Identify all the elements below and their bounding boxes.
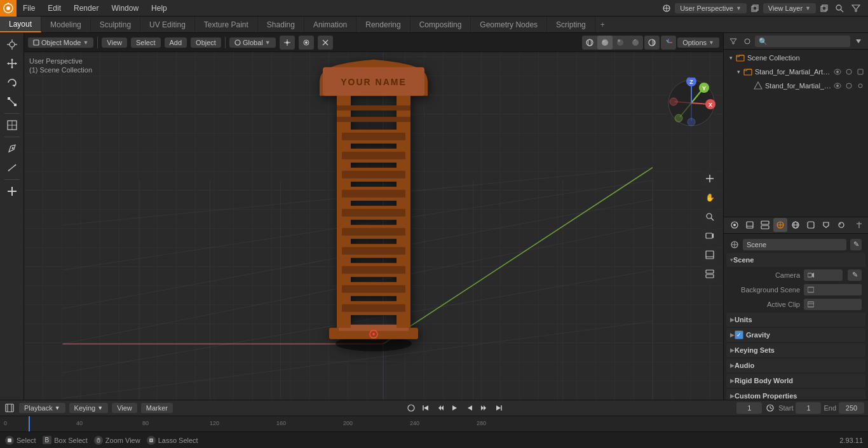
playback-menu[interactable]: Playback ▼ [19,403,65,413]
timeline-type-icon[interactable] [4,402,15,414]
tab-animation[interactable]: Animation [304,17,356,32]
menu-window[interactable]: Window [105,0,145,16]
background-scene-value[interactable] [804,284,862,295]
snap-button[interactable] [280,36,295,50]
prop-render-icon[interactable] [728,218,742,232]
outliner-view-icon[interactable] [832,67,843,77]
outliner-expand-stand[interactable]: ▾ [734,67,743,76]
outliner-scene-collection[interactable]: ▾ Scene Collection [724,51,868,65]
object-mode-selector[interactable]: Object Mode ▼ [28,37,93,48]
outliner-search-input[interactable] [755,36,850,47]
record-button[interactable] [405,402,417,414]
outliner-more-icon[interactable] [853,36,864,47]
play-forward-button[interactable] [463,402,476,414]
render-view-button[interactable] [702,247,718,263]
outliner-display-icon[interactable] [742,36,753,47]
gravity-section-header[interactable]: ▶ ✓ Gravity [726,328,865,342]
outliner-obj-view-icon[interactable] [832,81,843,91]
scene-name-edit-icon[interactable]: ✎ [850,239,862,250]
3d-scene[interactable]: YOUR NAME [24,52,723,400]
prop-scene-icon[interactable] [773,218,787,232]
prop-material-icon[interactable] [834,218,848,232]
outliner-expand-icon[interactable]: ▾ [726,53,735,62]
outliner-hide-viewport-icon[interactable] [844,67,854,77]
jump-end-button[interactable] [492,402,505,414]
prop-pin-icon[interactable] [853,219,864,231]
step-forward-button[interactable] [478,402,491,414]
tab-sculpting[interactable]: Sculpting [91,17,140,32]
measure-tool[interactable] [3,159,21,177]
outliner-stand-object[interactable]: ▶ Stand_for_Martial_Art_Be [724,79,868,93]
scale-tool[interactable] [3,93,21,111]
view-layer-copy-icon[interactable] [818,3,830,14]
custom-props-header[interactable]: ▶ Custom Properties [726,389,865,400]
timeline-ruler[interactable]: 0 40 80 120 160 200 240 280 [0,416,868,431]
tab-geometry-nodes[interactable]: Geometry Nodes [471,17,547,32]
view-menu-tl[interactable]: View [112,403,137,413]
prop-world-icon[interactable] [789,218,803,232]
play-back-button[interactable] [449,402,461,414]
transform-selector[interactable]: Global ▼ [229,37,276,48]
object-menu[interactable]: Object [191,37,221,48]
cursor-tool[interactable] [3,36,21,53]
tab-compositing[interactable]: Compositing [410,17,471,32]
overlay-button[interactable] [644,36,660,50]
gizmo-button[interactable] [661,36,676,50]
add-workspace-button[interactable]: + [595,17,610,32]
select-menu[interactable]: Select [131,37,161,48]
current-frame-input[interactable] [736,402,762,414]
solid-shading[interactable] [597,36,613,50]
view-layer-selector[interactable]: View Layer ▼ [763,3,816,13]
tab-uv-editing[interactable]: UV Editing [140,17,195,32]
options-button[interactable]: Options ▼ [677,37,719,48]
jump-start-button[interactable] [419,402,432,414]
menu-help[interactable]: Help [145,0,173,16]
constraint-button[interactable] [318,36,333,50]
scene-section-header[interactable]: ▾ Scene [726,253,865,267]
add-menu[interactable]: Add [165,37,187,48]
camera-value[interactable] [804,269,843,281]
tab-modeling[interactable]: Modeling [41,17,91,32]
prop-object-icon[interactable] [804,218,818,232]
tab-scripting[interactable]: Scripting [547,17,595,32]
transform-tool[interactable] [3,116,21,134]
camera-edit-icon[interactable]: ✎ [848,269,862,281]
outliner-exclude-icon[interactable] [855,67,865,77]
orbit-view-button[interactable]: ✋ [702,189,718,206]
outliner-stand-collection[interactable]: ▾ Stand_for_Martial_Art_Belts_C [724,65,868,79]
outliner-obj-hide-icon[interactable] [844,81,854,91]
prop-viewlayer-icon[interactable] [758,218,772,232]
prop-output-icon[interactable] [743,218,757,232]
scene-selector[interactable]: User Perspective ▼ [675,3,747,13]
tab-shading[interactable]: Shading [258,17,304,32]
scene-name-field[interactable]: Scene [743,239,846,250]
active-clip-value[interactable] [804,299,862,310]
navigation-gizmo[interactable]: Y X Z [666,78,717,128]
units-section-header[interactable]: ▶ Units [726,313,865,327]
keying-menu[interactable]: Keying ▼ [69,403,109,413]
menu-render[interactable]: Render [67,0,105,16]
menu-edit[interactable]: Edit [41,0,67,16]
outliner-obj-render-icon[interactable] [855,81,865,91]
rendered-shading[interactable] [628,36,643,50]
tab-layout[interactable]: Layout [0,17,41,32]
marker-menu[interactable]: Marker [141,403,173,413]
annotate-tool[interactable] [3,140,21,158]
rotate-tool[interactable] [3,74,21,92]
search-icon[interactable] [832,1,846,15]
wireframe-shading[interactable] [582,36,597,50]
proportional-edit-button[interactable] [299,36,314,50]
prop-modifier-icon[interactable] [819,218,833,232]
audio-section-header[interactable]: ▶ Audio [726,358,865,372]
viewport[interactable]: Object Mode ▼ View Select Add Object Glo… [24,33,723,400]
add-tool[interactable] [3,182,21,200]
end-frame-input[interactable] [839,402,864,414]
gravity-checkbox[interactable]: ✓ [735,330,743,339]
tab-rendering[interactable]: Rendering [356,17,410,32]
camera-view-button[interactable] [702,227,718,244]
view-menu[interactable]: View [102,37,127,48]
tab-texture-paint[interactable]: Texture Paint [195,17,258,32]
zoom-view-button[interactable] [702,208,718,225]
material-shading[interactable] [613,36,628,50]
filter-icon[interactable] [849,1,863,15]
